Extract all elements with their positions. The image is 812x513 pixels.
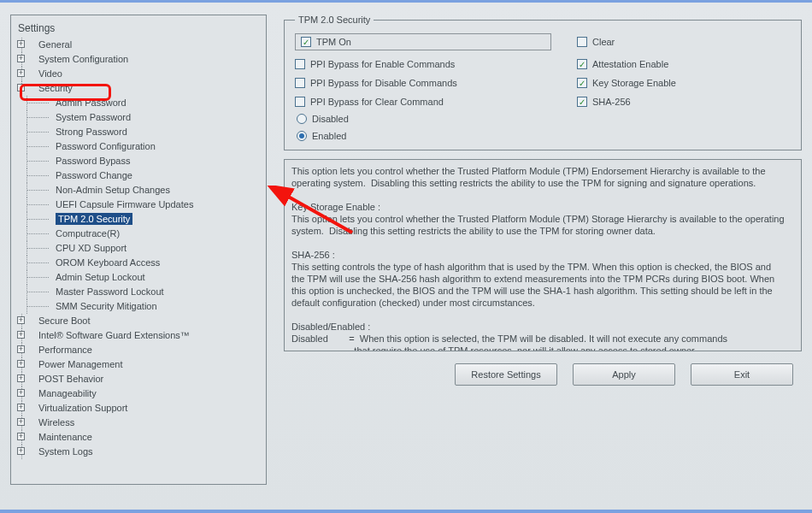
tree-item[interactable]: -Security: [15, 81, 262, 96]
tree-item[interactable]: OROM Keyboard Access: [15, 256, 262, 270]
tree-item[interactable]: UEFI Capsule Firmware Updates: [15, 198, 262, 212]
tree-item-label[interactable]: Intel® Software Guard Extensions™: [38, 330, 190, 340]
expand-icon[interactable]: +: [17, 433, 25, 440]
tree-item[interactable]: Strong Password: [15, 125, 262, 139]
expand-icon[interactable]: +: [17, 55, 25, 62]
tree-item-label[interactable]: TPM 2.0 Security: [56, 213, 132, 225]
checkbox-label: Clear: [592, 37, 615, 47]
tree-item[interactable]: System Password: [15, 110, 262, 125]
tree-item[interactable]: Computrace(R): [15, 227, 262, 241]
checkbox-icon: ✓: [295, 59, 305, 69]
tree-item[interactable]: +Secure Boot: [15, 314, 262, 328]
checkbox-attestation-enable[interactable]: ✓Attestation Enable: [577, 59, 748, 69]
radio-icon: [297, 131, 307, 141]
checkbox-label: PPI Bypass for Enable Commands: [310, 59, 455, 69]
exit-button[interactable]: Exit: [691, 363, 793, 386]
settings-tree-title: Settings: [15, 21, 262, 38]
tree-item-label[interactable]: CPU XD Support: [56, 243, 127, 253]
tree-item[interactable]: Password Bypass: [15, 154, 262, 168]
tree-item[interactable]: +System Logs: [15, 445, 262, 459]
option-description-box[interactable]: This option lets you control whether the…: [284, 159, 802, 351]
tree-item-label[interactable]: Non-Admin Setup Changes: [56, 185, 170, 195]
tree-item-label[interactable]: Password Change: [56, 170, 132, 180]
checkbox-tpm-on[interactable]: ✓TPM On: [295, 33, 551, 50]
tree-item-label[interactable]: Security: [38, 83, 73, 93]
tree-item[interactable]: Admin Setup Lockout: [15, 270, 262, 285]
tree-item-label[interactable]: System Logs: [38, 446, 93, 457]
tree-item-label[interactable]: Master Password Lockout: [56, 286, 164, 297]
tree-item[interactable]: +Performance: [15, 343, 262, 357]
tree-item-label[interactable]: OROM Keyboard Access: [56, 257, 160, 268]
checkbox-key-storage-enable[interactable]: ✓Key Storage Enable: [577, 78, 748, 88]
expand-icon[interactable]: +: [17, 389, 25, 397]
tpm-check-grid: ✓TPM On✓Clear✓PPI Bypass for Enable Comm…: [295, 33, 791, 107]
tree-item[interactable]: Non-Admin Setup Changes: [15, 183, 262, 198]
checkbox-clear[interactable]: ✓Clear: [577, 33, 748, 50]
tree-item[interactable]: +Wireless: [15, 416, 262, 430]
expand-icon[interactable]: +: [17, 69, 25, 77]
settings-tree-panel: Settings +General+System Configuration+V…: [10, 15, 267, 485]
tree-item[interactable]: Admin Password: [15, 96, 262, 110]
tree-item-label[interactable]: Wireless: [38, 417, 74, 428]
expand-icon[interactable]: +: [17, 404, 25, 411]
tree-item-label[interactable]: Password Bypass: [56, 156, 130, 166]
tree-item-label[interactable]: Computrace(R): [56, 228, 120, 239]
tree-item[interactable]: +System Configuration: [15, 52, 262, 67]
tree-item[interactable]: SMM Security Mitigation: [15, 299, 262, 314]
checkbox-ppi-bypass-for-clear-command[interactable]: ✓PPI Bypass for Clear Command: [295, 97, 551, 107]
tree-item-label[interactable]: Password Configuration: [56, 141, 156, 151]
tree-item-label[interactable]: System Configuration: [38, 54, 128, 64]
tree-item[interactable]: Password Configuration: [15, 139, 262, 154]
tree-item-label[interactable]: Manageability: [38, 388, 97, 398]
restore-settings-button[interactable]: Restore Settings: [455, 363, 557, 386]
expand-icon[interactable]: +: [17, 374, 25, 382]
checkbox-sha-256[interactable]: ✓SHA-256: [577, 97, 748, 107]
tree-item[interactable]: Master Password Lockout: [15, 285, 262, 299]
checkbox-icon: ✓: [577, 97, 587, 107]
radio-icon: [297, 114, 307, 124]
tree-item[interactable]: TPM 2.0 Security: [15, 212, 262, 227]
expand-icon[interactable]: +: [17, 447, 25, 455]
checkbox-label: PPI Bypass for Disable Commands: [310, 78, 457, 88]
tree-item-label[interactable]: Admin Password: [56, 97, 127, 108]
tree-item[interactable]: +Maintenance: [15, 430, 262, 445]
button-bar: Restore Settings Apply Exit: [284, 351, 802, 394]
tree-item[interactable]: +Intel® Software Guard Extensions™: [15, 328, 262, 343]
tree-item[interactable]: +General: [15, 38, 262, 52]
tree-item[interactable]: +Manageability: [15, 386, 262, 401]
expand-icon[interactable]: +: [17, 345, 25, 353]
tree-item-label[interactable]: Secure Boot: [38, 315, 91, 326]
tree-item[interactable]: +POST Behavior: [15, 372, 262, 386]
tree-item-label[interactable]: POST Behavior: [38, 374, 103, 384]
checkbox-ppi-bypass-for-enable-commands[interactable]: ✓PPI Bypass for Enable Commands: [295, 59, 551, 69]
collapse-icon[interactable]: -: [17, 84, 25, 91]
tree-item-label[interactable]: Video: [38, 68, 62, 79]
apply-button[interactable]: Apply: [573, 363, 675, 386]
tree-item-label[interactable]: Strong Password: [56, 127, 127, 137]
tree-item-label[interactable]: System Password: [56, 112, 131, 122]
tree-item-label[interactable]: Admin Setup Lockout: [56, 272, 145, 282]
expand-icon[interactable]: +: [17, 418, 25, 426]
tree-item-label[interactable]: UEFI Capsule Firmware Updates: [56, 199, 193, 209]
radio-disabled[interactable]: Disabled: [297, 114, 791, 124]
tree-item-label[interactable]: General: [38, 39, 72, 50]
main-panel: TPM 2.0 Security ✓TPM On✓Clear✓PPI Bypas…: [284, 15, 802, 504]
tree-item-label[interactable]: Virtualization Support: [38, 403, 127, 413]
expand-icon[interactable]: +: [17, 331, 25, 339]
tree-item-label[interactable]: Power Management: [38, 359, 122, 369]
expand-icon[interactable]: +: [17, 40, 25, 48]
expand-icon[interactable]: +: [17, 360, 25, 368]
tree-item[interactable]: +Power Management: [15, 357, 262, 372]
expand-icon[interactable]: +: [17, 316, 25, 324]
tree-item-label[interactable]: SMM Security Mitigation: [56, 301, 157, 311]
tree-item[interactable]: +Video: [15, 67, 262, 81]
checkbox-label: Attestation Enable: [592, 59, 668, 69]
tree-item[interactable]: Password Change: [15, 168, 262, 183]
tree-item-label[interactable]: Maintenance: [38, 432, 92, 442]
tree-item[interactable]: CPU XD Support: [15, 241, 262, 256]
checkbox-ppi-bypass-for-disable-commands[interactable]: ✓PPI Bypass for Disable Commands: [295, 78, 551, 88]
radio-enabled[interactable]: Enabled: [297, 131, 791, 141]
tpm-security-legend: TPM 2.0 Security: [295, 15, 374, 25]
tree-item[interactable]: +Virtualization Support: [15, 401, 262, 416]
tree-item-label[interactable]: Performance: [38, 345, 92, 355]
